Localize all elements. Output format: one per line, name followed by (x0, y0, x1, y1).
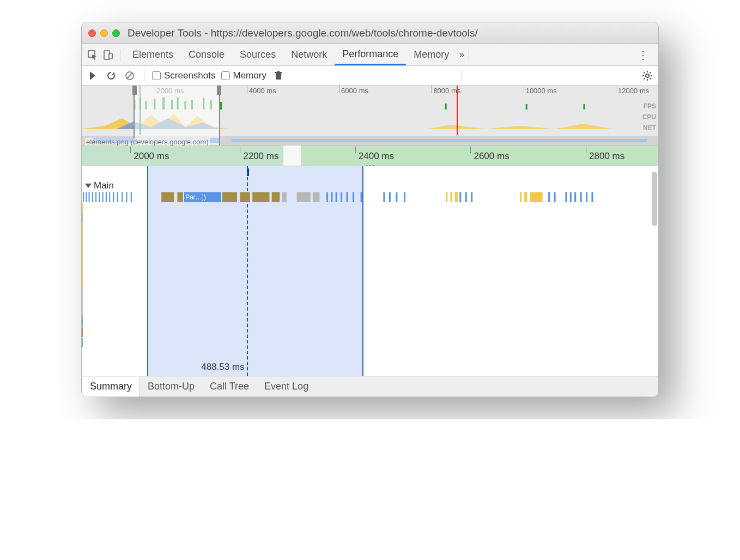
close-window-button[interactable] (88, 29, 96, 37)
checkbox-icon (221, 71, 230, 80)
svg-rect-42 (240, 192, 250, 202)
svg-rect-35 (122, 192, 123, 202)
performance-toolbar: Screenshots Memory (82, 66, 658, 86)
svg-rect-21 (445, 104, 447, 109)
svg-rect-50 (336, 192, 337, 202)
svg-rect-56 (389, 192, 391, 202)
separator (469, 49, 469, 61)
load-marker (457, 86, 458, 135)
svg-rect-45 (282, 192, 286, 202)
flamechart[interactable]: Main 488.53 ms (82, 166, 658, 376)
settings-icon[interactable] (641, 69, 654, 82)
tab-performance[interactable]: Performance (335, 44, 406, 65)
memory-checkbox[interactable]: Memory (221, 70, 266, 81)
flame-block[interactable] (82, 338, 83, 347)
device-toolbar-icon[interactable] (100, 47, 116, 63)
task-row: Par…]) (82, 192, 651, 202)
svg-rect-67 (530, 192, 543, 202)
svg-rect-66 (524, 192, 527, 202)
tab-summary[interactable]: Summary (82, 376, 140, 397)
flame-thin (82, 222, 83, 287)
svg-rect-6 (275, 72, 282, 73)
svg-rect-68 (548, 192, 550, 202)
memory-label: Memory (233, 70, 266, 81)
flame-block[interactable] (82, 315, 83, 326)
svg-rect-28 (95, 192, 96, 202)
tab-network[interactable]: Network (283, 44, 335, 65)
svg-rect-20 (220, 102, 222, 109)
ruler-mark: 2400 ms (359, 151, 394, 162)
svg-rect-69 (554, 192, 556, 202)
svg-rect-57 (396, 192, 397, 202)
overview-selection[interactable] (134, 86, 220, 145)
tab-memory[interactable]: Memory (406, 44, 457, 65)
svg-rect-51 (341, 192, 342, 202)
svg-rect-48 (326, 192, 328, 202)
svg-rect-30 (102, 192, 104, 202)
selection-handle-left[interactable] (132, 86, 137, 95)
svg-rect-75 (591, 192, 593, 202)
garbage-collect-icon[interactable] (272, 69, 285, 82)
screenshots-checkbox[interactable]: Screenshots (152, 70, 216, 81)
svg-rect-39 (177, 192, 183, 202)
reload-record-button[interactable] (105, 69, 118, 82)
separator (120, 49, 120, 61)
ruler-mark: 2800 ms (589, 151, 624, 162)
svg-rect-5 (276, 73, 281, 80)
svg-rect-61 (455, 192, 458, 202)
panel-tabs: Elements Console Sources Network Perform… (82, 44, 658, 66)
svg-rect-71 (570, 192, 572, 202)
tab-elements[interactable]: Elements (125, 44, 181, 65)
svg-rect-7 (277, 71, 280, 72)
ruler-tick: 4000 ms (249, 87, 276, 95)
flame-task-parse[interactable]: Par…]) (184, 192, 221, 202)
tab-sources[interactable]: Sources (232, 44, 283, 65)
tab-console[interactable]: Console (181, 44, 232, 65)
selection-handle-right[interactable] (217, 86, 221, 95)
ruler-tick: 6000 ms (341, 87, 368, 95)
svg-rect-47 (313, 192, 320, 202)
more-options-icon[interactable]: ⋮ (631, 48, 655, 62)
separator (462, 70, 462, 81)
duration-label: 488.53 ms (201, 362, 244, 373)
minimize-window-button[interactable] (100, 29, 108, 37)
svg-rect-52 (346, 192, 348, 202)
ruler-tick: 12000 ms (618, 87, 649, 95)
devtools-window: Developer Tools - https://developers.goo… (81, 22, 659, 397)
svg-rect-27 (92, 192, 93, 202)
flame-block[interactable] (82, 298, 83, 314)
svg-rect-63 (465, 192, 467, 202)
svg-rect-2 (109, 53, 112, 59)
svg-rect-31 (106, 192, 107, 202)
tab-bottom-up[interactable]: Bottom-Up (140, 376, 202, 397)
flame-block[interactable] (82, 203, 83, 213)
inspect-element-icon[interactable] (85, 47, 100, 63)
svg-rect-60 (451, 192, 452, 202)
window-titlebar: Developer Tools - https://developers.goo… (82, 22, 658, 44)
svg-rect-38 (161, 192, 174, 202)
svg-rect-34 (117, 192, 118, 202)
window-title: Developer Tools - https://developers.goo… (128, 27, 478, 39)
ruler-tick: 10000 ms (526, 87, 557, 95)
svg-rect-41 (222, 192, 237, 202)
vertical-scrollbar[interactable] (652, 172, 657, 226)
svg-rect-65 (520, 192, 521, 202)
svg-rect-70 (565, 192, 567, 202)
detail-ruler[interactable]: elements.png (developers.google.com) 200… (82, 145, 658, 166)
tabs-overflow-icon[interactable]: » (459, 49, 464, 60)
tab-call-tree[interactable]: Call Tree (202, 376, 257, 397)
maximize-window-button[interactable] (112, 29, 120, 37)
svg-rect-49 (331, 192, 332, 202)
tab-event-log[interactable]: Event Log (257, 376, 316, 397)
svg-rect-62 (459, 192, 461, 202)
clear-button[interactable] (123, 69, 136, 82)
svg-rect-58 (404, 192, 405, 202)
svg-rect-54 (361, 192, 362, 202)
overview-timeline[interactable]: 2000 ms 4000 ms 6000 ms 8000 ms 10000 ms… (82, 86, 658, 145)
flame-block[interactable] (82, 327, 83, 337)
ruler-mark: 2600 ms (474, 151, 509, 162)
svg-rect-55 (383, 192, 385, 202)
details-tabs: Summary Bottom-Up Call Tree Event Log (82, 376, 658, 397)
svg-rect-44 (272, 192, 280, 202)
record-button[interactable] (86, 69, 99, 82)
